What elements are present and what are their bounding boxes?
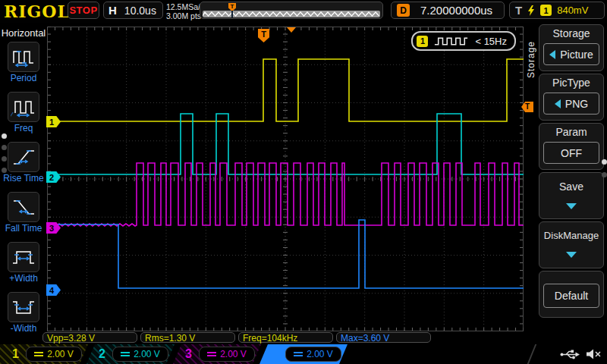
waveform-display: 1 2 3 4 T 1 < 15Hz bbox=[47, 27, 524, 331]
usb-icon bbox=[560, 350, 580, 359]
horizontal-center-marker bbox=[287, 27, 296, 33]
page-dot bbox=[2, 168, 7, 173]
trigger-label: T bbox=[515, 4, 522, 17]
rigol-logo: RIGOL bbox=[4, 2, 70, 21]
page-dot bbox=[602, 159, 607, 165]
softkey-diskmanage[interactable]: DiskManage bbox=[539, 221, 604, 268]
thumbnail-window-tick bbox=[231, 11, 233, 17]
menu-item-plus-width[interactable]: +Width bbox=[0, 242, 47, 290]
softkey-save[interactable]: Save bbox=[539, 172, 604, 219]
right-menu-page-dots bbox=[602, 159, 607, 177]
dc-coupling-icon bbox=[294, 352, 303, 356]
dc-coupling-icon bbox=[121, 352, 130, 356]
plus-width-icon bbox=[11, 246, 36, 268]
softkey-storage-type[interactable]: Storage Picture bbox=[539, 24, 604, 71]
menu-item-period[interactable]: Period bbox=[0, 42, 47, 90]
trigger-level-value: 840mV bbox=[557, 5, 588, 16]
delay-label: D bbox=[397, 4, 410, 17]
rise-time-icon bbox=[11, 146, 36, 168]
page-dot bbox=[2, 145, 7, 150]
channel-3-status[interactable]: 3 2.00 V bbox=[173, 344, 261, 364]
minus-width-icon bbox=[11, 296, 36, 318]
channel-1-status[interactable]: 1 2.00 V bbox=[0, 344, 88, 364]
counter-value: < 15Hz bbox=[475, 36, 507, 47]
horizontal-measure-menu: Horizontal Period ⁄ Freq Rise Time bbox=[0, 23, 47, 344]
memory-depth: 3.00M pts bbox=[166, 11, 204, 20]
measurement-rms: Rms=1.30 V bbox=[140, 332, 235, 343]
waveform-memory-thumbnail[interactable]: T bbox=[200, 2, 383, 19]
menu-item-freq[interactable]: ⁄ Freq bbox=[0, 92, 47, 140]
thumbnail-waveform bbox=[203, 11, 382, 17]
horizontal-timebase-box[interactable]: H 10.0us bbox=[103, 2, 163, 19]
trigger-edge-icon bbox=[527, 5, 535, 16]
measurement-freq: Freq=104kHz bbox=[238, 332, 333, 343]
delay-readout-box[interactable]: D 7.20000000us bbox=[391, 2, 505, 19]
acquisition-info: 12.5MSa/s 3.00M pts bbox=[166, 2, 204, 20]
horizontal-label: H bbox=[109, 4, 117, 17]
corner-separator bbox=[527, 344, 537, 364]
page-dot bbox=[602, 172, 607, 177]
left-menu-title: Horizontal bbox=[0, 27, 47, 39]
frequency-counter-badge: 1 < 15Hz bbox=[411, 31, 516, 51]
dc-coupling-icon bbox=[207, 352, 216, 356]
channel-4-status[interactable]: 4 2.00 V bbox=[259, 344, 348, 364]
measurement-vpp: Vpp=3.28 V bbox=[42, 332, 137, 343]
right-menu-tab-label: Storage bbox=[526, 41, 536, 78]
left-menu-page-dots bbox=[2, 133, 7, 173]
svg-text:⁄: ⁄ bbox=[11, 111, 14, 118]
softkey-pictype[interactable]: PicType PNG bbox=[539, 74, 604, 121]
page-dot bbox=[2, 133, 7, 139]
channel-2-status[interactable]: 2 2.00 V bbox=[86, 344, 175, 364]
run-state-indicator[interactable]: STOP bbox=[68, 2, 99, 19]
delay-value: 7.20000000us bbox=[420, 4, 492, 17]
menu-item-rise-time[interactable]: Rise Time bbox=[0, 142, 47, 190]
down-arrow-icon bbox=[566, 203, 577, 209]
storage-menu: Storage Picture PicType PNG Param OFF Sa… bbox=[539, 24, 605, 320]
page-dot bbox=[2, 156, 7, 162]
trigger-source-badge: 1 bbox=[540, 5, 552, 16]
channel-status-bar: 1 2.00 V 2 2.00 V 3 2.00 V 4 2.00 V bbox=[0, 344, 607, 364]
waveform-grid bbox=[47, 27, 524, 331]
oscilloscope-screen: RIGOL STOP H 10.0us 12.5MSa/s 3.00M pts … bbox=[0, 0, 607, 364]
speaker-muted-icon bbox=[586, 349, 601, 359]
down-arrow-icon bbox=[566, 252, 577, 258]
measurement-max: Max=3.60 V bbox=[336, 332, 431, 343]
fall-time-icon bbox=[11, 196, 36, 218]
period-icon bbox=[11, 46, 36, 68]
pulse-train-icon bbox=[433, 35, 470, 47]
dc-coupling-icon bbox=[34, 352, 43, 356]
counter-source-badge: 1 bbox=[417, 36, 428, 47]
run-state-label: STOP bbox=[69, 5, 97, 16]
right-menu-tab-strip: Storage bbox=[524, 23, 539, 331]
top-status-bar: RIGOL STOP H 10.0us 12.5MSa/s 3.00M pts … bbox=[0, 0, 607, 23]
memory-strip bbox=[203, 11, 380, 17]
trigger-readout-box[interactable]: T 1 840mV bbox=[509, 2, 605, 19]
menu-item-fall-time[interactable]: Fall Time bbox=[0, 192, 47, 240]
freq-icon: ⁄ bbox=[11, 96, 36, 118]
measurement-readout-bar: Vpp=3.28 V Rms=1.30 V Freq=104kHz Max=3.… bbox=[42, 332, 431, 343]
sample-rate: 12.5MSa/s bbox=[166, 2, 204, 11]
menu-item-minus-width[interactable]: -Width bbox=[0, 292, 47, 340]
left-arrow-icon bbox=[555, 99, 561, 108]
softkey-param[interactable]: Param OFF bbox=[539, 123, 604, 170]
timebase-value: 10.0us bbox=[124, 5, 156, 17]
left-arrow-icon bbox=[549, 50, 555, 59]
softkey-default[interactable]: Default bbox=[539, 271, 604, 318]
